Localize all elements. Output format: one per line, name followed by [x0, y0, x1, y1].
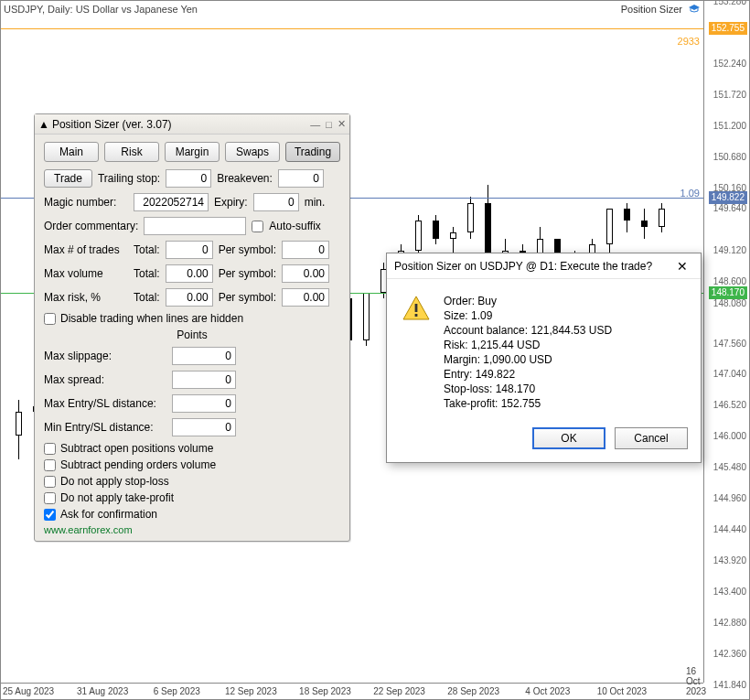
min-entry-sl-label: Min Entry/SL distance:: [44, 421, 166, 434]
max-volume-per-input[interactable]: [282, 264, 329, 283]
cancel-button[interactable]: Cancel: [615, 427, 688, 449]
maximize-button[interactable]: □: [326, 119, 332, 130]
price-tick: 150.680: [706, 151, 746, 161]
minimize-button[interactable]: —: [310, 119, 320, 130]
breakeven-label: Breakeven:: [217, 172, 273, 185]
no-tp-label: Do not apply take-profit: [60, 491, 174, 504]
max-risk-per-input[interactable]: [282, 288, 329, 307]
per-symbol-label-2: Per symbol:: [219, 267, 276, 280]
price-tick: 149.640: [706, 203, 746, 213]
dialog-titlebar[interactable]: Position Sizer on USDJPY @ D1: Execute t…: [387, 253, 701, 279]
dialog-line-risk: Risk: 1,215.44 USD: [444, 338, 612, 352]
max-risk-label: Max risk, %: [44, 291, 128, 304]
dialog-line-balance: Account balance: 121,844.53 USD: [444, 323, 612, 338]
graduation-cap-icon: [688, 4, 701, 15]
subtract-open-checkbox[interactable]: [44, 443, 56, 455]
max-slippage-label: Max slippage:: [44, 350, 166, 362]
price-tick: 147.560: [706, 338, 746, 348]
warning-icon: [402, 294, 431, 411]
date-axis: 25 Aug 202331 Aug 20236 Sep 202312 Sep 2…: [1, 683, 703, 699]
price-tick: 152.240: [706, 58, 746, 68]
max-entry-sl-label: Max Entry/SL distance:: [44, 397, 166, 410]
take-profit-price-box: 152.755: [709, 22, 747, 35]
tab-risk[interactable]: Risk: [104, 142, 159, 162]
no-tp-checkbox[interactable]: [44, 492, 56, 504]
dialog-line-entry: Entry: 149.822: [444, 367, 612, 382]
panel-title: Position Sizer (ver. 3.07): [52, 118, 172, 131]
no-sl-checkbox[interactable]: [44, 476, 56, 488]
earnforex-link[interactable]: www.earnforex.com: [44, 524, 340, 535]
disable-trading-label: Disable trading when lines are hidden: [60, 312, 243, 325]
ok-button[interactable]: OK: [532, 427, 605, 449]
max-risk-total-input[interactable]: [166, 288, 213, 307]
price-tick: 147.040: [706, 369, 746, 379]
date-tick: 18 Sep 2023: [299, 686, 351, 696]
panel-titlebar[interactable]: ▲ Position Sizer (ver. 3.07) — □ ✕: [35, 114, 349, 135]
position-sizer-panel[interactable]: ▲ Position Sizer (ver. 3.07) — □ ✕ Main …: [34, 113, 350, 542]
max-trades-per-input[interactable]: [282, 241, 329, 259]
price-tick: 146.000: [706, 431, 746, 441]
take-profit-line[interactable]: [1, 28, 703, 29]
total-label-2: Total:: [134, 267, 160, 280]
expiry-input[interactable]: [253, 193, 299, 211]
subtract-pending-checkbox[interactable]: [44, 459, 56, 471]
price-tick: 143.920: [706, 555, 746, 565]
tab-main[interactable]: Main: [44, 142, 99, 162]
trade-button[interactable]: Trade: [44, 169, 92, 188]
tab-bar: Main Risk Margin Swaps Trading: [44, 142, 340, 162]
tab-margin[interactable]: Margin: [165, 142, 220, 162]
disable-trading-checkbox[interactable]: [44, 313, 56, 325]
close-button[interactable]: ✕: [338, 118, 346, 130]
max-trades-total-input[interactable]: [166, 241, 213, 259]
tab-trading[interactable]: Trading: [285, 142, 340, 162]
price-axis: 153.280152.240151.720151.200150.680150.1…: [703, 1, 749, 683]
tab-swaps[interactable]: Swaps: [225, 142, 280, 162]
take-profit-label: 2933: [678, 36, 700, 47]
dialog-line-size: Size: 1.09: [444, 308, 612, 323]
max-spread-label: Max spread:: [44, 373, 166, 386]
date-tick: 28 Sep 2023: [447, 686, 499, 696]
price-tick: 148.600: [706, 275, 746, 285]
order-commentary-label: Order commentary:: [44, 220, 138, 232]
price-tick: 144.440: [706, 524, 746, 534]
max-spread-input[interactable]: [172, 371, 236, 389]
collapse-icon[interactable]: ▲: [38, 118, 49, 131]
expiry-label: Expiry:: [214, 196, 248, 209]
auto-suffix-checkbox[interactable]: [252, 221, 263, 232]
per-symbol-label: Per symbol:: [219, 243, 276, 256]
max-volume-total-input[interactable]: [166, 264, 213, 283]
max-entry-sl-input[interactable]: [172, 394, 236, 413]
dialog-close-button[interactable]: ✕: [671, 257, 693, 275]
order-commentary-input[interactable]: [144, 217, 246, 235]
trailing-stop-input[interactable]: [166, 169, 211, 188]
dialog-line-order: Order: Buy: [444, 294, 612, 308]
subtract-pending-label: Subtract pending orders volume: [60, 458, 216, 471]
max-slippage-input[interactable]: [172, 347, 236, 365]
confirm-dialog: Position Sizer on USDJPY @ D1: Execute t…: [386, 253, 702, 463]
price-tick: 146.520: [706, 400, 746, 410]
date-tick: 25 Aug 2023: [3, 686, 54, 696]
price-tick: 149.120: [706, 244, 746, 254]
magic-number-input[interactable]: [134, 193, 209, 211]
dialog-title: Position Sizer on USDJPY @ D1: Execute t…: [394, 260, 652, 273]
no-sl-label: Do not apply stop-loss: [60, 475, 169, 488]
dialog-line-tp: Take-profit: 152.755: [444, 396, 612, 411]
app-frame: USDJPY, Daily: US Dollar vs Japanese Yen…: [0, 0, 750, 700]
price-tick: 151.720: [706, 89, 746, 99]
max-trades-label: Max # of trades: [44, 243, 128, 256]
date-tick: 12 Sep 2023: [225, 686, 277, 696]
ask-confirm-checkbox[interactable]: [44, 509, 56, 521]
price-tick: 145.480: [706, 462, 746, 472]
date-tick: 6 Sep 2023: [154, 686, 200, 696]
date-tick: 22 Sep 2023: [373, 686, 425, 696]
max-volume-label: Max volume: [44, 267, 128, 280]
date-tick: 10 Oct 2023: [597, 686, 647, 696]
breakeven-input[interactable]: [278, 169, 324, 188]
expiry-unit-label: min.: [305, 196, 326, 209]
price-tick: 141.840: [706, 680, 746, 690]
total-label-3: Total:: [134, 291, 160, 304]
magic-number-label: Magic number:: [44, 196, 128, 209]
price-tick: 143.400: [706, 587, 746, 597]
min-entry-sl-input[interactable]: [172, 418, 236, 436]
price-tick: 148.080: [706, 298, 746, 308]
